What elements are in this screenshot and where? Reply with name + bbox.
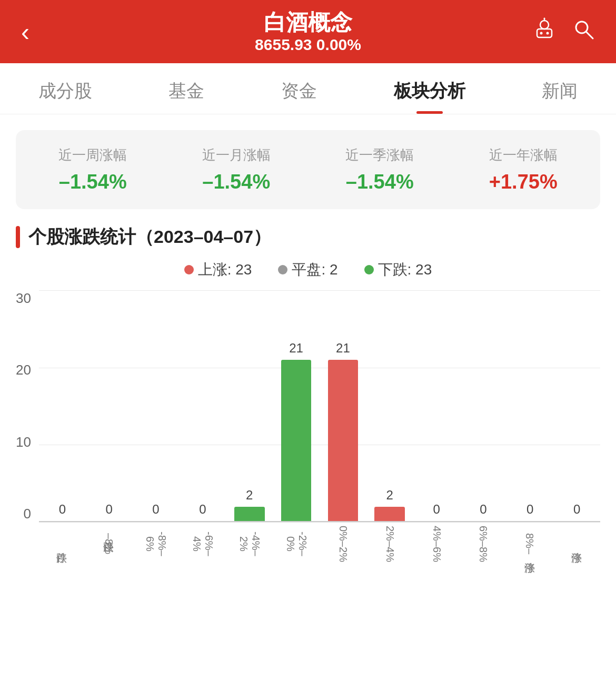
x-label-4: -4%–2% (226, 525, 273, 564)
bar-group-6: 21 (320, 360, 366, 522)
x-label-3: -6%–4% (179, 525, 226, 564)
tab-bar: 成分股 基金 资金 板块分析 新闻 (0, 63, 616, 114)
page-title: 白酒概念 (255, 9, 361, 36)
tab-zijin[interactable]: 资金 (271, 74, 327, 114)
stat-month-label: 近一月涨幅 (202, 146, 271, 164)
legend-up: 上涨: 23 (184, 260, 252, 280)
y-label-30: 30 (16, 290, 31, 307)
stat-year: 近一年涨幅 +1.75% (489, 146, 558, 193)
tab-bankuai[interactable]: 板块分析 (383, 74, 476, 114)
header-center: 白酒概念 8655.93 0.00% (255, 9, 361, 54)
x-label-1: 跌停–8% (86, 525, 133, 564)
bar-zero-label-9: 0 (480, 502, 486, 517)
chart-inner: 00002212120000 跌停跌停–8%-8%–6%-6%–4%-4%–2%… (39, 290, 600, 564)
bar-zero-label-3: 0 (199, 502, 206, 517)
x-label-8: 4%–6% (413, 525, 460, 564)
y-axis: 30 20 10 0 (16, 290, 39, 564)
bar-label-7: 2 (386, 488, 393, 503)
header-subtitle: 8655.93 0.00% (255, 36, 361, 54)
x-label-5: -2%–0% (273, 525, 320, 564)
svg-point-3 (547, 32, 549, 35)
bar-7: 2 (374, 507, 405, 522)
x-label-2: -8%–6% (133, 525, 180, 564)
legend-down: 下跌: 23 (364, 260, 432, 280)
stat-month: 近一月涨幅 –1.54% (202, 146, 271, 193)
bar-group-5: 21 (273, 360, 320, 522)
bar-zero-label-8: 0 (433, 502, 440, 517)
section-title-bar (16, 226, 20, 248)
y-label-20: 20 (16, 362, 31, 378)
bar-4: 2 (234, 507, 265, 522)
legend-down-dot (364, 265, 374, 274)
bar-group-4: 2 (226, 507, 273, 522)
bar-zero-label-2: 0 (152, 502, 159, 517)
stat-year-value: +1.75% (489, 171, 558, 193)
svg-rect-1 (537, 29, 552, 37)
bar-6: 21 (328, 360, 359, 522)
x-labels: 跌停跌停–8%-8%–6%-6%–4%-4%–2%-2%–0%0%–2%2%–4… (39, 522, 600, 564)
stat-week-value: –1.54% (58, 171, 127, 193)
stat-season-value: –1.54% (345, 171, 414, 193)
bar-label-5: 21 (289, 341, 303, 356)
header: ‹ 白酒概念 8655.93 0.00% (0, 0, 616, 63)
y-label-0: 0 (23, 506, 31, 522)
stat-year-label: 近一年涨幅 (489, 146, 558, 164)
bar-zero-label-10: 0 (526, 502, 533, 517)
stat-season: 近一季涨幅 –1.54% (345, 146, 414, 193)
bar-chart: 30 20 10 0 00002212120000 跌停跌停–8%-8%–6%-… (0, 290, 616, 580)
header-icons (533, 17, 595, 46)
x-label-9: 6%–8% (460, 525, 507, 564)
x-label-0: 跌停 (39, 525, 86, 564)
x-label-7: 2%–4% (366, 525, 413, 564)
bar-5: 21 (281, 360, 312, 522)
bar-label-6: 21 (336, 341, 350, 356)
bar-zero-label-0: 0 (59, 502, 66, 517)
y-label-10: 10 (16, 434, 31, 450)
legend-flat: 平盘: 2 (278, 260, 337, 280)
stat-week: 近一周涨幅 –1.54% (58, 146, 127, 193)
svg-line-7 (586, 32, 593, 38)
robot-icon[interactable] (533, 17, 556, 46)
bar-zero-label-11: 0 (573, 502, 580, 517)
back-button[interactable]: ‹ (21, 17, 29, 46)
chart-wrapper: 30 20 10 0 00002212120000 跌停跌停–8%-8%–6%-… (16, 290, 600, 564)
x-label-11: 涨停 (553, 525, 600, 564)
bars-area: 00002212120000 (39, 290, 600, 522)
search-icon[interactable] (572, 17, 595, 46)
tab-xinwen[interactable]: 新闻 (531, 74, 588, 114)
x-label-6: 0%–2% (320, 525, 366, 564)
x-label-10: 8%–涨停 (506, 525, 553, 564)
bar-group-7: 2 (366, 507, 413, 522)
stat-month-value: –1.54% (202, 171, 271, 193)
svg-point-2 (540, 32, 543, 35)
tab-chengfen[interactable]: 成分股 (28, 74, 103, 114)
chart-legend: 上涨: 23 平盘: 2 下跌: 23 (0, 260, 616, 280)
stats-box: 近一周涨幅 –1.54% 近一月涨幅 –1.54% 近一季涨幅 –1.54% 近… (16, 130, 600, 209)
bar-label-4: 2 (246, 488, 253, 503)
svg-point-0 (540, 21, 549, 29)
stat-season-label: 近一季涨幅 (345, 146, 414, 164)
section-title: 个股涨跌统计（2023–04–07） (16, 225, 600, 249)
tab-jijin[interactable]: 基金 (158, 74, 215, 114)
svg-point-5 (544, 18, 545, 19)
legend-up-dot (184, 265, 194, 274)
legend-flat-dot (278, 265, 287, 274)
bar-zero-label-1: 0 (106, 502, 113, 517)
stat-week-label: 近一周涨幅 (58, 146, 127, 164)
